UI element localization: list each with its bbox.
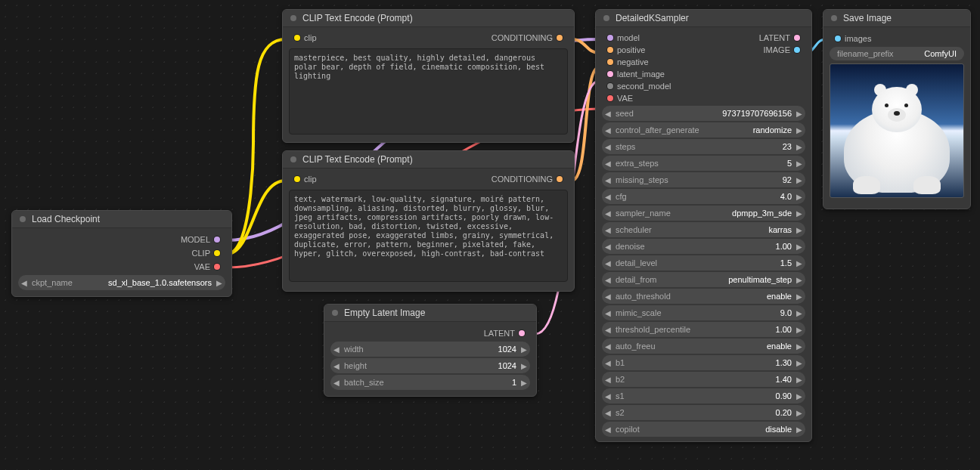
prev-arrow-icon[interactable]: ◀ — [602, 259, 614, 267]
sampler-widget-detail_from[interactable]: ◀detail_frompenultimate_step▶ — [602, 272, 805, 287]
prev-arrow-icon[interactable]: ◀ — [18, 279, 30, 287]
prev-arrow-icon[interactable]: ◀ — [330, 379, 343, 387]
height-widget[interactable]: ◀height1024▶ — [330, 358, 530, 373]
sampler-widget-denoise[interactable]: ◀denoise1.00▶ — [602, 239, 805, 254]
port-image-out[interactable] — [794, 47, 800, 53]
next-arrow-icon[interactable]: ▶ — [793, 259, 805, 267]
node-header[interactable]: Empty Latent Image — [324, 305, 536, 322]
prev-arrow-icon[interactable]: ◀ — [602, 342, 614, 351]
sampler-widget-scheduler[interactable]: ◀schedulerkarras▶ — [602, 222, 805, 237]
next-arrow-icon[interactable]: ▶ — [793, 209, 805, 218]
sampler-widget-s1[interactable]: ◀s10.90▶ — [602, 388, 805, 404]
prev-arrow-icon[interactable]: ◀ — [602, 159, 614, 168]
node-header[interactable]: CLIP Text Encode (Prompt) — [283, 10, 574, 27]
prev-arrow-icon[interactable]: ◀ — [602, 143, 614, 151]
port-conditioning[interactable] — [557, 35, 563, 41]
next-arrow-icon[interactable]: ▶ — [793, 143, 805, 151]
port-clip[interactable] — [214, 250, 220, 256]
prev-arrow-icon[interactable]: ◀ — [602, 309, 614, 317]
output-image-preview[interactable] — [830, 63, 964, 198]
sampler-widget-threshold_percentile[interactable]: ◀threshold_percentile1.00▶ — [602, 322, 805, 337]
next-arrow-icon[interactable]: ▶ — [793, 376, 805, 384]
prompt-textarea[interactable]: masterpiece, best quality, highly detail… — [289, 48, 568, 135]
prev-arrow-icon[interactable]: ◀ — [602, 276, 614, 284]
sampler-widget-cfg[interactable]: ◀cfg4.0▶ — [602, 189, 805, 204]
prev-arrow-icon[interactable]: ◀ — [602, 292, 614, 301]
next-arrow-icon[interactable]: ▶ — [793, 326, 805, 334]
next-arrow-icon[interactable]: ▶ — [793, 176, 805, 184]
next-arrow-icon[interactable]: ▶ — [213, 279, 225, 287]
port-vae[interactable] — [214, 264, 220, 270]
next-arrow-icon[interactable]: ▶ — [793, 193, 805, 201]
sampler-widget-auto_threshold[interactable]: ◀auto_thresholdenable▶ — [602, 289, 805, 304]
port-latent-in[interactable] — [607, 71, 613, 77]
sampler-widget-missing_steps[interactable]: ◀missing_steps92▶ — [602, 172, 805, 187]
next-arrow-icon[interactable]: ▶ — [793, 392, 805, 400]
next-arrow-icon[interactable]: ▶ — [793, 292, 805, 301]
port-negative-in[interactable] — [607, 59, 613, 65]
next-arrow-icon[interactable]: ▶ — [793, 309, 805, 317]
node-save-image[interactable]: Save Image images filename_prefix ComfyU… — [823, 9, 971, 209]
sampler-widget-sampler_name[interactable]: ◀sampler_namedpmpp_3m_sde▶ — [602, 206, 805, 221]
node-clip-negative[interactable]: CLIP Text Encode (Prompt) clip CONDITION… — [282, 150, 575, 292]
port-model-in[interactable] — [607, 35, 613, 41]
next-arrow-icon[interactable]: ▶ — [793, 342, 805, 351]
collapse-dot-icon[interactable] — [332, 310, 338, 316]
prev-arrow-icon[interactable]: ◀ — [602, 359, 614, 367]
sampler-widget-mimic_scale[interactable]: ◀mimic_scale9.0▶ — [602, 305, 805, 320]
prev-arrow-icon[interactable]: ◀ — [602, 409, 614, 417]
next-arrow-icon[interactable]: ▶ — [793, 110, 805, 118]
port-clip-in[interactable] — [294, 35, 300, 41]
port-latent-out[interactable] — [794, 35, 800, 41]
prev-arrow-icon[interactable]: ◀ — [602, 193, 614, 201]
node-header[interactable]: DetailedKSampler — [596, 10, 811, 27]
width-widget[interactable]: ◀width1024▶ — [330, 342, 530, 357]
port-second-model-in[interactable] — [607, 83, 613, 89]
prev-arrow-icon[interactable]: ◀ — [602, 243, 614, 251]
sampler-widget-steps[interactable]: ◀steps23▶ — [602, 139, 805, 154]
prev-arrow-icon[interactable]: ◀ — [330, 362, 343, 370]
port-model[interactable] — [214, 237, 220, 243]
prompt-textarea[interactable]: text, watermark, low-quality, signature,… — [289, 190, 568, 282]
prev-arrow-icon[interactable]: ◀ — [330, 345, 343, 354]
port-latent[interactable] — [519, 330, 525, 336]
next-arrow-icon[interactable]: ▶ — [793, 425, 805, 434]
port-vae-in[interactable] — [607, 95, 613, 101]
sampler-widget-copilot[interactable]: ◀copilotdisable▶ — [602, 422, 805, 437]
next-arrow-icon[interactable]: ▶ — [793, 276, 805, 284]
prev-arrow-icon[interactable]: ◀ — [602, 126, 614, 135]
node-detailed-ksampler[interactable]: DetailedKSampler model positive negative… — [595, 9, 812, 442]
port-positive-in[interactable] — [607, 47, 613, 53]
sampler-widget-control_after_generate[interactable]: ◀control_after_generaterandomize▶ — [602, 122, 805, 138]
next-arrow-icon[interactable]: ▶ — [793, 226, 805, 234]
collapse-dot-icon[interactable] — [290, 156, 296, 162]
next-arrow-icon[interactable]: ▶ — [793, 126, 805, 135]
port-images-in[interactable] — [835, 36, 841, 42]
prev-arrow-icon[interactable]: ◀ — [602, 376, 614, 384]
sampler-widget-auto_freeu[interactable]: ◀auto_freeuenable▶ — [602, 339, 805, 354]
sampler-widget-extra_steps[interactable]: ◀extra_steps5▶ — [602, 156, 805, 171]
node-header[interactable]: CLIP Text Encode (Prompt) — [283, 151, 574, 169]
next-arrow-icon[interactable]: ▶ — [793, 159, 805, 168]
prev-arrow-icon[interactable]: ◀ — [602, 392, 614, 400]
next-arrow-icon[interactable]: ▶ — [793, 243, 805, 251]
sampler-widget-b2[interactable]: ◀b21.40▶ — [602, 372, 805, 387]
prev-arrow-icon[interactable]: ◀ — [602, 425, 614, 434]
prev-arrow-icon[interactable]: ◀ — [602, 110, 614, 118]
sampler-widget-seed[interactable]: ◀seed973719707696156▶ — [602, 106, 805, 121]
next-arrow-icon[interactable]: ▶ — [518, 345, 530, 354]
prev-arrow-icon[interactable]: ◀ — [602, 209, 614, 218]
next-arrow-icon[interactable]: ▶ — [518, 362, 530, 370]
node-clip-positive[interactable]: CLIP Text Encode (Prompt) clip CONDITION… — [282, 9, 575, 143]
sampler-widget-detail_level[interactable]: ◀detail_level1.5▶ — [602, 255, 805, 271]
sampler-widget-b1[interactable]: ◀b11.30▶ — [602, 355, 805, 370]
prev-arrow-icon[interactable]: ◀ — [602, 326, 614, 334]
collapse-dot-icon[interactable] — [603, 15, 609, 21]
node-header[interactable]: Save Image — [823, 10, 970, 27]
sampler-widget-s2[interactable]: ◀s20.20▶ — [602, 405, 805, 420]
filename-prefix-widget[interactable]: filename_prefix ComfyUI — [830, 47, 964, 60]
collapse-dot-icon[interactable] — [290, 15, 296, 21]
collapse-dot-icon[interactable] — [20, 216, 26, 222]
prev-arrow-icon[interactable]: ◀ — [602, 176, 614, 184]
node-empty-latent[interactable]: Empty Latent Image LATENT ◀width1024▶ ◀h… — [324, 304, 537, 397]
